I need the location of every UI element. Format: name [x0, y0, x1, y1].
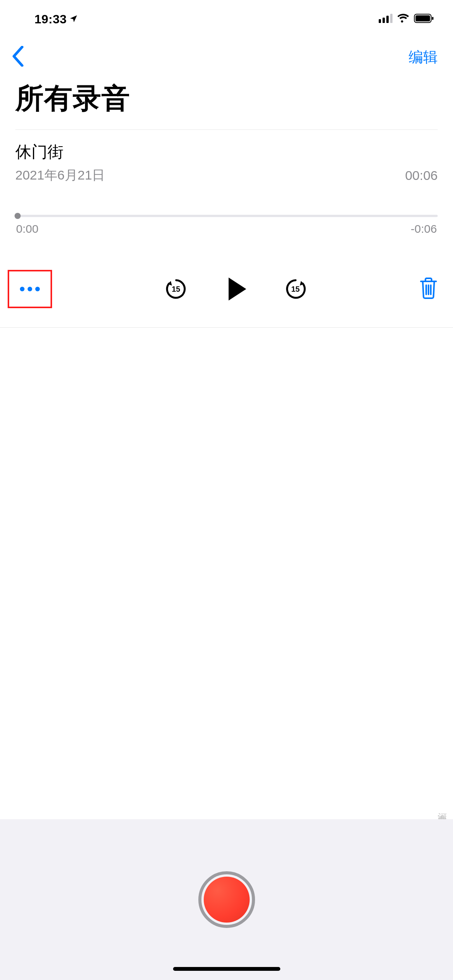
record-icon: [204, 877, 250, 923]
battery-icon: [414, 14, 434, 24]
recording-date: 2021年6月21日: [15, 167, 105, 184]
status-time-group: 19:33: [34, 12, 78, 26]
status-right: [379, 14, 434, 24]
record-button[interactable]: [198, 871, 255, 928]
svg-rect-2: [386, 16, 389, 23]
recording-title: 休门街: [15, 141, 438, 163]
elapsed-time: 0:00: [16, 222, 38, 235]
location-arrow-icon: [69, 12, 78, 26]
svg-rect-5: [415, 15, 430, 21]
back-button[interactable]: [11, 46, 25, 68]
skip-forward-seconds: 15: [291, 285, 299, 294]
player-controls: 15 15: [0, 235, 453, 327]
svg-rect-3: [390, 14, 392, 23]
record-footer: [0, 819, 453, 980]
skip-back-seconds: 15: [172, 285, 180, 294]
more-button[interactable]: [20, 287, 40, 291]
recording-item[interactable]: 休门街 2021年6月21日 00:06: [0, 130, 453, 184]
status-bar: 19:33: [0, 0, 453, 34]
play-icon: [229, 278, 246, 301]
more-horizontal-icon: [20, 287, 40, 291]
delete-button[interactable]: [419, 278, 438, 301]
skip-back-button[interactable]: 15: [165, 278, 187, 300]
scrubber-track[interactable]: [15, 215, 438, 217]
playback-scrubber[interactable]: 0:00 -0:06: [0, 215, 453, 235]
status-time: 19:33: [34, 12, 67, 26]
controls-center: 15 15: [165, 278, 307, 301]
svg-rect-0: [379, 19, 381, 23]
edit-button[interactable]: 编辑: [409, 47, 438, 67]
remaining-time: -0:06: [411, 222, 437, 235]
svg-rect-6: [432, 17, 433, 20]
recording-meta: 2021年6月21日 00:06: [15, 167, 438, 184]
chevron-left-icon: [11, 46, 25, 67]
play-button[interactable]: [226, 278, 246, 301]
watermark: 河南龙网: [436, 805, 448, 812]
skip-forward-button[interactable]: 15: [285, 278, 307, 300]
more-button-highlight: [8, 270, 52, 308]
svg-rect-1: [383, 18, 385, 23]
recording-duration: 00:06: [405, 168, 438, 183]
cellular-signal-icon: [379, 14, 392, 24]
page-title: 所有录音: [0, 76, 453, 129]
divider: [0, 327, 453, 328]
nav-bar: 编辑: [0, 34, 453, 76]
trash-icon: [419, 278, 438, 299]
home-indicator[interactable]: [173, 967, 280, 971]
scrubber-knob[interactable]: [15, 213, 21, 219]
wifi-icon: [397, 14, 409, 24]
scrubber-times: 0:00 -0:06: [15, 222, 438, 235]
